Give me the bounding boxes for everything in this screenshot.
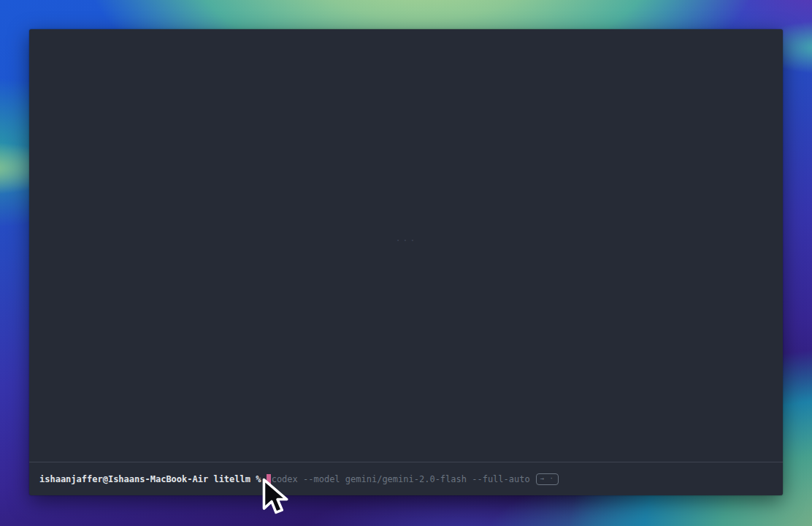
command-line[interactable]: ishaanjaffer@Ishaans-MacBook-Air litellm… [29, 462, 783, 495]
autosuggestion-text: codex --model gemini/gemini-2.0-flash --… [272, 475, 530, 484]
accept-suggestion-keycap-label: → · [540, 476, 554, 482]
loading-ellipsis: ... [395, 232, 416, 243]
desktop-wallpaper: ... ishaanjaffer@Ishaans-MacBook-Air lit… [0, 0, 812, 526]
text-cursor-block-icon [267, 474, 271, 485]
terminal-body: ... [29, 29, 783, 462]
accept-suggestion-keycap: → · [536, 473, 559, 485]
terminal-window[interactable]: ... ishaanjaffer@Ishaans-MacBook-Air lit… [29, 29, 783, 495]
shell-prompt: ishaanjaffer@Ishaans-MacBook-Air litellm… [39, 475, 267, 484]
